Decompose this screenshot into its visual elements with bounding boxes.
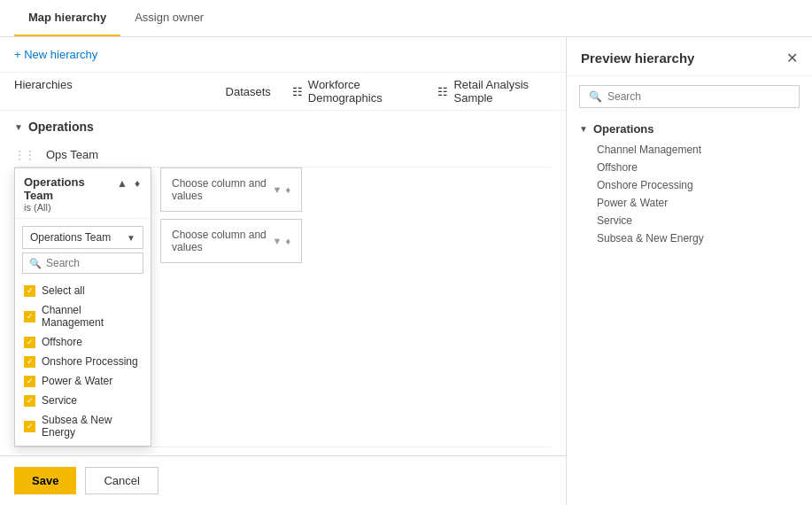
new-hierarchy-button[interactable]: + New hierarchy xyxy=(14,48,97,61)
ops-team-row: ⋮⋮ Ops Team xyxy=(14,143,552,167)
chevron-down-icon-c1: ▼ xyxy=(272,184,282,195)
subsea-label: Subsea & New Energy xyxy=(42,414,142,439)
chevron-down-icon-c2: ▼ xyxy=(272,236,282,246)
popup-select-inner[interactable]: Operations Team ▼ xyxy=(22,226,143,249)
preview-section-header[interactable]: ▼ Operations xyxy=(579,117,800,141)
list-item-offshore[interactable]: Offshore xyxy=(15,332,151,352)
checkbox-service[interactable] xyxy=(24,395,35,407)
offshore-label: Offshore xyxy=(42,336,82,348)
tab-map-hierarchy[interactable]: Map hierarchy xyxy=(14,0,120,36)
cancel-button[interactable]: Cancel xyxy=(85,467,158,494)
preview-header: Preview hierarchy ✕ xyxy=(567,37,812,76)
checkbox-channel[interactable] xyxy=(24,311,35,322)
table-icon-2: ☷ xyxy=(437,85,448,98)
tab-bar: Map hierarchy Assign owner xyxy=(0,0,812,37)
table-icon: ☷ xyxy=(292,85,303,98)
bottom-bar: Save Cancel xyxy=(0,455,566,505)
ops-team-label: Ops Team xyxy=(46,148,552,161)
popup-area: Operations Team is (All) ▲ ♦ Operations … xyxy=(14,167,552,416)
toolbar-area: + New hierarchy xyxy=(0,37,566,73)
preview-search-box: 🔍 xyxy=(579,85,800,108)
choose-panel-2[interactable]: Choose column and values ▼ ♦ xyxy=(160,219,302,263)
tab-assign-owner[interactable]: Assign owner xyxy=(120,0,218,36)
hierarchy-section: ▼ Operations ⋮⋮ Ops Team Operations Team xyxy=(0,111,566,455)
preview-item-2: Onshore Processing xyxy=(597,176,800,194)
popup-subtitle: is (All) xyxy=(24,202,115,213)
popup-title-wrap: Operations Team is (All) xyxy=(24,175,115,213)
choose-panel-2-label: Choose column and values xyxy=(172,229,272,253)
popup-select[interactable]: Operations Team ▼ xyxy=(22,226,143,249)
popup-icons: ▲ ♦ xyxy=(115,175,142,191)
checkbox-offshore[interactable] xyxy=(24,337,35,348)
preview-item-1: Offshore xyxy=(597,159,800,176)
preview-item-3: Power & Water xyxy=(597,194,800,212)
popup-search-input[interactable] xyxy=(46,257,136,269)
preview-items: Channel Management Offshore Onshore Proc… xyxy=(579,141,800,247)
dataset-retail-label: Retail Analysis Sample xyxy=(453,78,552,105)
save-button[interactable]: Save xyxy=(14,467,76,494)
popup-select-value: Operations Team xyxy=(30,231,111,244)
choose-panel-2-icons: ▼ ♦ xyxy=(272,236,290,246)
choose-panel-1-label: Choose column and values xyxy=(172,177,272,202)
search-icon: 🔍 xyxy=(29,258,42,269)
popup-header: Operations Team is (All) ▲ ♦ xyxy=(15,168,151,219)
preview-section-title: Operations xyxy=(593,122,654,136)
list-item-channel[interactable]: Channel Management xyxy=(15,300,151,332)
popup-list: Select all Channel Management Offshore xyxy=(15,277,151,446)
popup-title: Operations Team xyxy=(24,175,115,202)
list-item-onshore[interactable]: Onshore Processing xyxy=(15,352,151,371)
onshore-label: Onshore Processing xyxy=(42,355,138,368)
service-label: Service xyxy=(42,394,77,407)
checkbox-subsea[interactable] xyxy=(24,421,35,432)
hierarchies-header: Hierarchies xyxy=(14,78,226,105)
list-item-service[interactable]: Service xyxy=(15,391,151,410)
select-all-label: Select all xyxy=(42,284,85,297)
preview-item-0: Channel Management xyxy=(597,141,800,159)
operations-section-header[interactable]: ▼ Operations xyxy=(0,111,566,143)
list-item-power[interactable]: Power & Water xyxy=(15,371,151,391)
datasets-label: Datasets xyxy=(226,85,271,98)
operations-section-title: Operations xyxy=(28,120,94,134)
list-item-select-all[interactable]: Select all xyxy=(15,281,151,300)
preview-section: ▼ Operations Channel Management Offshore… xyxy=(567,117,812,247)
preview-search-input[interactable] xyxy=(607,90,790,103)
preview-chevron-icon: ▼ xyxy=(579,124,588,134)
checkbox-select-all[interactable] xyxy=(24,285,35,297)
diamond-icon-c1: ♦ xyxy=(285,184,290,195)
diamond-icon-c2: ♦ xyxy=(285,236,290,246)
column-headers: Hierarchies Datasets ☷ Workforce Demogra… xyxy=(0,73,566,111)
choose-panel-1[interactable]: Choose column and values ▼ ♦ xyxy=(160,167,302,212)
chevron-down-icon: ▼ xyxy=(14,122,23,132)
operations-team-popup: Operations Team is (All) ▲ ♦ Operations … xyxy=(14,167,151,447)
list-item-subsea[interactable]: Subsea & New Energy xyxy=(15,410,151,442)
popup-diamond-icon[interactable]: ♦ xyxy=(133,175,142,191)
preview-item-5: Subsea & New Energy xyxy=(597,229,800,247)
drag-handle-ops[interactable]: ⋮⋮ xyxy=(14,149,35,161)
preview-item-4: Service xyxy=(597,212,800,229)
popup-search-box: 🔍 xyxy=(22,252,143,274)
dataset-workforce-label: Workforce Demographics xyxy=(308,78,417,105)
preview-search-icon: 🔍 xyxy=(589,90,602,103)
channel-label: Channel Management xyxy=(42,304,142,329)
preview-title: Preview hierarchy xyxy=(581,50,694,66)
power-label: Power & Water xyxy=(42,375,112,387)
chevron-down-icon-popup: ▼ xyxy=(127,233,135,243)
close-button[interactable]: ✕ xyxy=(786,50,798,66)
main-content: + New hierarchy Hierarchies Datasets ☷ W… xyxy=(0,37,812,505)
checkbox-power[interactable] xyxy=(24,376,35,387)
datasets-header: Datasets ☷ Workforce Demographics ☷ Reta… xyxy=(226,78,552,105)
dataset-workforce: ☷ Workforce Demographics xyxy=(292,78,417,105)
choose-panels: Choose column and values ▼ ♦ Choose colu… xyxy=(160,167,302,263)
left-panel: + New hierarchy Hierarchies Datasets ☷ W… xyxy=(0,37,567,505)
hierarchy-rows: ⋮⋮ Ops Team Operations Team is (All) xyxy=(0,143,566,447)
right-panel: Preview hierarchy ✕ 🔍 ▼ Operations Chann… xyxy=(567,37,812,505)
choose-panel-1-icons: ▼ ♦ xyxy=(272,184,290,195)
checkbox-onshore[interactable] xyxy=(24,356,35,368)
dataset-retail: ☷ Retail Analysis Sample xyxy=(437,78,552,105)
popup-up-icon[interactable]: ▲ xyxy=(115,175,129,191)
